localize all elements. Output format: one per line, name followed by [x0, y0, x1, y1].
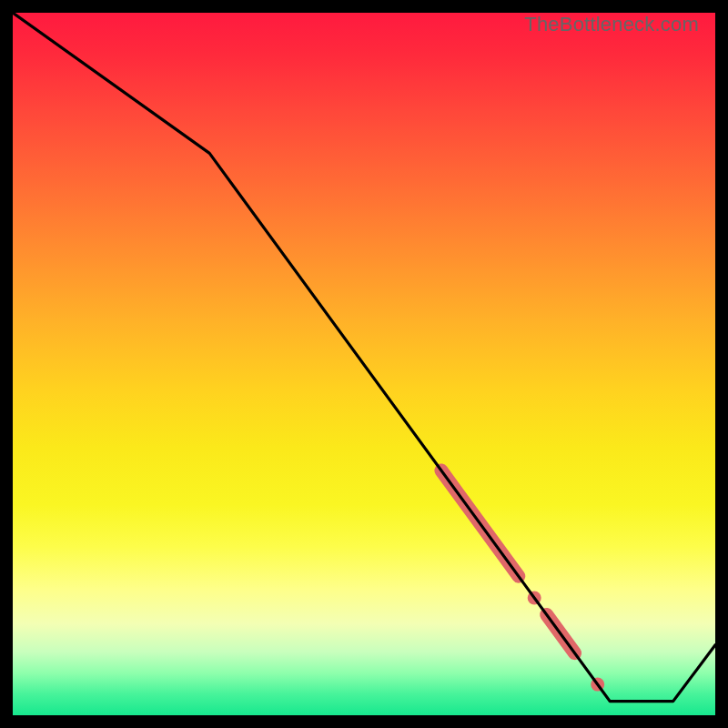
plot-area: TheBottleneck.com: [13, 13, 715, 715]
data-line: [13, 13, 715, 702]
watermark-text: TheBottleneck.com: [524, 13, 699, 36]
chart-frame: TheBottleneck.com: [0, 0, 728, 728]
chart-svg: [13, 13, 715, 715]
